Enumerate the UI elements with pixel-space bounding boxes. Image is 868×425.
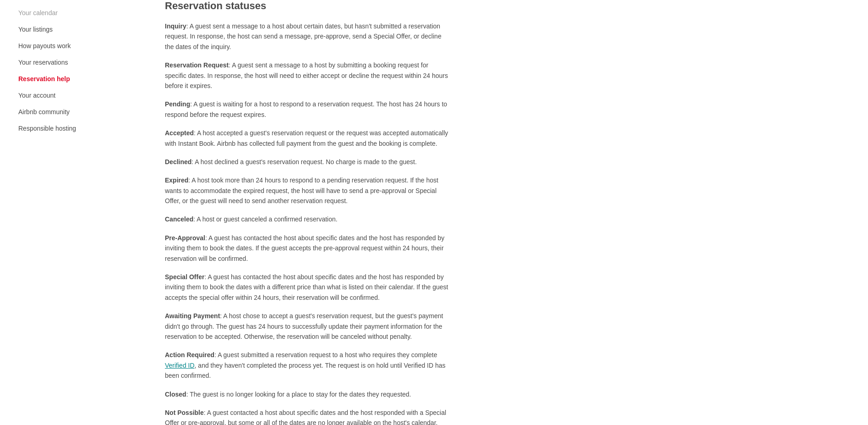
- status-block-not-possible: Not Possible: A guest contacted a host a…: [165, 408, 449, 425]
- page-container: Your calendarYour listingsHow payouts wo…: [0, 0, 868, 425]
- status-block-canceled: Canceled: A host or guest canceled a con…: [165, 214, 449, 224]
- status-name-expired: Expired: [165, 177, 188, 184]
- page-title: Reservation statuses: [165, 0, 449, 12]
- status-block-inquiry: Inquiry: A guest sent a message to a hos…: [165, 21, 449, 52]
- sidebar-item-airbnb-community[interactable]: Airbnb community: [18, 104, 128, 120]
- status-name-pre-approval: Pre-Approval: [165, 234, 205, 242]
- status-block-pre-approval: Pre-Approval: A guest has contacted the …: [165, 233, 449, 264]
- status-block-pending: Pending: A guest is waiting for a host t…: [165, 99, 449, 120]
- status-name-canceled: Canceled: [165, 215, 193, 223]
- sidebar-item-your-reservations[interactable]: Your reservations: [18, 54, 128, 71]
- sidebar-item-your-account[interactable]: Your account: [18, 87, 128, 104]
- statuses-container: Inquiry: A guest sent a message to a hos…: [165, 21, 449, 425]
- status-name-closed: Closed: [165, 391, 186, 398]
- status-block-awaiting-payment: Awaiting Payment: A host chose to accept…: [165, 311, 449, 342]
- sidebar-item-how-payouts-work[interactable]: How payouts work: [18, 38, 128, 54]
- status-name-awaiting-payment: Awaiting Payment: [165, 312, 220, 320]
- status-name-accepted: Accepted: [165, 129, 194, 137]
- status-name-inquiry: Inquiry: [165, 22, 186, 30]
- sidebar-item-reservation-help[interactable]: Reservation help: [18, 71, 128, 87]
- status-name-action-required: Action Required: [165, 351, 214, 359]
- status-name-declined: Declined: [165, 158, 191, 166]
- status-block-accepted: Accepted: A host accepted a guest's rese…: [165, 128, 449, 149]
- status-name-pending: Pending: [165, 100, 190, 108]
- status-block-expired: Expired: A host took more than 24 hours …: [165, 175, 449, 206]
- status-block-declined: Declined: A host declined a guest's rese…: [165, 157, 449, 167]
- status-link-action-required[interactable]: Verified ID: [165, 362, 195, 369]
- status-block-reservation-request: Reservation Request: A guest sent a mess…: [165, 60, 449, 91]
- sidebar-item-your-calendar[interactable]: Your calendar: [18, 5, 128, 21]
- sidebar-item-your-listings[interactable]: Your listings: [18, 21, 128, 38]
- status-block-closed: Closed: The guest is no longer looking f…: [165, 389, 449, 399]
- status-name-special-offer: Special Offer: [165, 273, 204, 281]
- sidebar: Your calendarYour listingsHow payouts wo…: [0, 0, 147, 425]
- sidebar-item-responsible-hosting[interactable]: Responsible hosting: [18, 120, 128, 137]
- status-block-action-required: Action Required: A guest submitted a res…: [165, 350, 449, 381]
- status-block-special-offer: Special Offer: A guest has contacted the…: [165, 272, 449, 303]
- main-content: Reservation statuses Inquiry: A guest se…: [147, 0, 467, 425]
- status-name-reservation-request: Reservation Request: [165, 61, 229, 69]
- status-name-not-possible: Not Possible: [165, 409, 204, 416]
